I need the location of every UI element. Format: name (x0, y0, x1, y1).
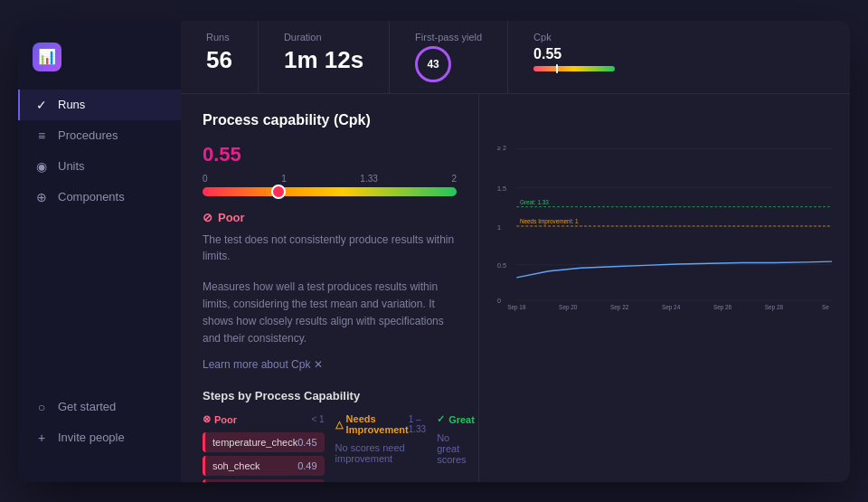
poor-col-text: Poor (214, 414, 237, 425)
poor-col-header: ⊗ Poor < 1 (203, 413, 325, 425)
y-label-1: 1 (497, 223, 501, 231)
step-soh-check: soh_check 0.49 (203, 456, 325, 476)
main-content: Runs 56 Duration 1m 12s First-pass yield… (181, 21, 850, 482)
units-icon: ◉ (34, 159, 49, 174)
great-empty-msg: No great scores (437, 432, 475, 465)
x-label-sep26: Sep 26 (713, 304, 732, 311)
x-label-sep24: Sep 24 (662, 304, 681, 311)
step-check-capacity: check_capacity 0.49 (203, 479, 325, 481)
step-temperature-check: temperature_check 0.45 (203, 432, 325, 452)
great-col-icon: ✓ (437, 413, 445, 425)
components-icon: ⊕ (34, 190, 49, 204)
scale-labels: 0 1 1.33 2 (203, 174, 457, 184)
great-col-text: Great (448, 414, 475, 425)
right-panel: ≥ 2 1.5 1 0.5 0 Great: 1.33 (479, 94, 850, 482)
poor-icon: ⊘ (203, 211, 212, 224)
app-window: 📊 ✓ Runs ≡ Procedures ◉ Units ⊕ Componen… (18, 21, 850, 482)
steps-col-improve: △ Needs Improvement 1 – 1.33 No scores n… (335, 413, 427, 481)
yield-circle: 43 (415, 46, 451, 82)
sidebar: 📊 ✓ Runs ≡ Procedures ◉ Units ⊕ Componen… (18, 21, 181, 482)
procedures-icon: ≡ (34, 128, 49, 143)
sidebar-item-procedures[interactable]: ≡ Procedures (18, 120, 181, 151)
y-label-15: 1.5 (497, 185, 506, 192)
cpk-display-value: 0.55 (203, 143, 457, 166)
learn-more-link[interactable]: Learn more about Cpk ✕ (203, 358, 457, 371)
x-label-sep22: Sep 22 (610, 304, 629, 311)
poor-label: Poor (218, 211, 245, 224)
content-area: Process capability (Cpk) 0.55 0 1 1.33 2… (181, 94, 850, 482)
y-label-max: ≥ 2 (497, 145, 506, 152)
improve-empty-msg: No scores need improvement (335, 442, 427, 464)
y-label-05: 0.5 (497, 262, 506, 270)
scale-thumb (271, 185, 286, 199)
improve-col-text: Needs Improvement (346, 413, 409, 435)
sidebar-item-units-label: Units (58, 159, 85, 173)
steps-section: Steps by Process Capability ⊗ Poor < 1 (203, 389, 457, 481)
duration-value: 1m 12s (284, 46, 363, 74)
sidebar-nav: ✓ Runs ≡ Procedures ◉ Units ⊕ Components (18, 90, 181, 377)
steps-col-great: ✓ Great No great scores (437, 413, 475, 481)
improve-col-header: △ Needs Improvement 1 – 1.33 (335, 413, 427, 435)
status-poor: ⊘ Poor (203, 211, 457, 224)
great-col-header: ✓ Great (437, 413, 475, 425)
scale-label-133: 1.33 (360, 174, 377, 184)
steps-col-poor: ⊗ Poor < 1 temperature_check 0.45 soh_ch… (203, 413, 325, 481)
yield-value: 43 (427, 58, 439, 71)
scale-label-1: 1 (281, 174, 287, 184)
cpk-bar (533, 66, 615, 71)
x-label-sep-end: Se (822, 304, 829, 310)
sidebar-item-get-started[interactable]: ○ Get started (18, 392, 181, 422)
sidebar-logo: 📊 (18, 35, 181, 90)
step-val-temperature: 0.45 (297, 437, 316, 448)
step-name-soh: soh_check (212, 460, 260, 471)
cpk-chart: ≥ 2 1.5 1 0.5 0 Great: 1.33 (497, 109, 832, 344)
get-started-label: Get started (58, 400, 116, 413)
runs-value: 56 (206, 46, 232, 74)
cpk-label: Cpk (533, 32, 615, 43)
improve-col-range: 1 – 1.33 (409, 414, 426, 434)
sidebar-item-invite-people[interactable]: + Invite people (18, 422, 181, 453)
poor-col-label: ⊗ Poor (203, 413, 237, 425)
sidebar-item-procedures-label: Procedures (58, 128, 118, 142)
improve-col-label: △ Needs Improvement (335, 413, 409, 435)
measures-description: Measures how well a test produces result… (203, 279, 457, 348)
sidebar-item-runs-label: Runs (58, 98, 85, 111)
step-val-soh: 0.49 (297, 460, 316, 471)
steps-title: Steps by Process Capability (203, 389, 457, 403)
scale-label-2: 2 (451, 174, 457, 184)
sidebar-bottom: ○ Get started + Invite people (18, 377, 181, 468)
learn-more-text: Learn more about Cpk (203, 358, 310, 371)
sidebar-item-units[interactable]: ◉ Units (18, 151, 181, 182)
sidebar-item-runs[interactable]: ✓ Runs (18, 90, 181, 120)
app-logo-icon: 📊 (33, 43, 61, 71)
stat-runs: Runs 56 (181, 21, 259, 93)
stat-duration: Duration 1m 12s (259, 21, 390, 93)
improve-col-icon: △ (335, 419, 343, 431)
y-label-0: 0 (497, 298, 501, 305)
step-name-temperature: temperature_check (212, 437, 297, 448)
steps-columns: ⊗ Poor < 1 temperature_check 0.45 soh_ch… (203, 413, 457, 481)
runs-label: Runs (206, 32, 232, 43)
great-col-label: ✓ Great (437, 413, 475, 425)
cpk-header-value: 0.55 (533, 46, 615, 62)
scale-label-0: 0 (203, 174, 208, 184)
poor-col-range: < 1 (311, 414, 324, 424)
duration-label: Duration (284, 32, 363, 43)
x-label-sep28: Sep 28 (765, 304, 784, 311)
scale-bar (203, 187, 457, 196)
x-label-sep20: Sep 20 (559, 304, 578, 311)
external-link-icon: ✕ (314, 358, 323, 371)
yield-label: First-pass yield (415, 32, 482, 43)
runs-icon: ✓ (34, 98, 49, 112)
sidebar-item-components[interactable]: ⊕ Components (18, 182, 181, 213)
cpk-scale: 0 1 1.33 2 (203, 174, 457, 196)
process-capability-title: Process capability (Cpk) (203, 112, 457, 128)
stat-cpk: Cpk 0.55 (508, 21, 640, 93)
great-line-label: Great: 1.33 (520, 198, 549, 204)
improve-line-label: Needs Improvement: 1 (520, 218, 579, 225)
cpk-indicator (556, 64, 558, 73)
stats-bar: Runs 56 Duration 1m 12s First-pass yield… (181, 21, 850, 94)
invite-label: Invite people (58, 431, 125, 444)
stat-yield: First-pass yield 43 (390, 21, 508, 93)
sidebar-item-components-label: Components (58, 190, 125, 204)
